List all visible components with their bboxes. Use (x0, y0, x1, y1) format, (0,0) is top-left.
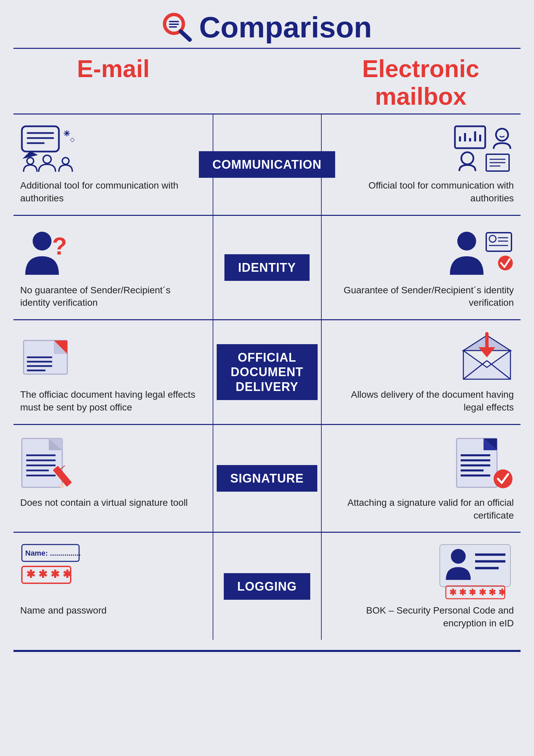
signature-label: SIGNATURE (217, 465, 317, 492)
column-headers: E-mail Electronic mailbox (13, 52, 521, 113)
svg-point-21 (496, 129, 508, 141)
svg-point-29 (33, 232, 51, 251)
signature-left-icon (20, 435, 81, 490)
communication-row: ✳ ◇ Additional tool for commun (13, 113, 521, 215)
logging-left-desc: Name and password (20, 604, 107, 617)
svg-point-14 (62, 158, 69, 164)
svg-rect-75 (440, 545, 510, 587)
logging-left: Name: ............... ✱ ✱ ✱ ✱ Name and p… (13, 533, 213, 640)
svg-text:✱ ✱ ✱ ✱ ✱ ✱: ✱ ✱ ✱ ✱ ✱ ✱ (449, 587, 506, 597)
mailbox-column-header: Electronic mailbox (321, 52, 521, 113)
communication-right-desc: Official tool for communication with aut… (335, 179, 514, 205)
bottom-divider (13, 650, 521, 652)
identity-row: ? No guarantee of Sender/Recipient´s ide… (13, 215, 521, 320)
document-delivery-left-desc: The officiac document having legal effec… (20, 388, 199, 414)
svg-point-76 (451, 549, 466, 564)
communication-right-icon (453, 125, 514, 173)
communication-right: Official tool for communication with aut… (321, 114, 521, 215)
identity-right: Guarantee of Sender/Recipient´s identity… (321, 216, 521, 320)
magnifier-icon (162, 12, 192, 42)
communication-left-icon: ✳ ◇ (20, 125, 81, 173)
identity-center: IDENTITY (213, 216, 321, 320)
logging-center: LOGGING (213, 533, 321, 640)
svg-point-12 (27, 158, 34, 164)
document-delivery-right-desc: Allows delivery of the document having l… (335, 388, 514, 414)
identity-right-icon (447, 226, 514, 278)
svg-text:Name: ...............: Name: ............... (25, 549, 81, 557)
logging-row: Name: ............... ✱ ✱ ✱ ✱ Name and p… (13, 532, 521, 640)
identity-left: ? No guarantee of Sender/Recipient´s ide… (13, 216, 213, 320)
svg-point-13 (43, 155, 51, 163)
document-delivery-right: Allows delivery of the document having l… (321, 320, 521, 424)
top-divider (13, 48, 521, 49)
document-delivery-center: OFFICIAL DOCUMENT DELIVERY (213, 320, 321, 424)
logging-left-icon: Name: ............... ✱ ✱ ✱ ✱ (20, 543, 87, 598)
svg-point-24 (461, 152, 473, 164)
communication-left-desc: Additional tool for communication with a… (20, 179, 199, 205)
signature-right-icon (453, 435, 514, 490)
logging-label: LOGGING (224, 573, 310, 600)
svg-point-31 (457, 232, 476, 251)
identity-left-desc: No guarantee of Sender/Recipient´s ident… (20, 284, 199, 309)
logging-right-icon: ✱ ✱ ✱ ✱ ✱ ✱ (436, 543, 514, 598)
signature-left-desc: Does not contain a virtual signature too… (20, 496, 188, 509)
document-delivery-left-icon (20, 330, 74, 382)
communication-center: COMMUNICATION (213, 114, 321, 215)
communication-left: ✳ ◇ Additional tool for commun (13, 114, 213, 215)
document-delivery-right-icon (460, 330, 514, 382)
communication-label: COMMUNICATION (199, 151, 335, 178)
svg-point-33 (489, 235, 496, 242)
header: Comparison (13, 10, 521, 44)
comparison-content: ✳ ◇ Additional tool for commun (13, 113, 521, 640)
svg-marker-50 (478, 347, 495, 357)
logging-right-desc: BOK – Security Personal Code and encrypt… (335, 604, 514, 630)
signature-row: Does not contain a virtual signature too… (13, 424, 521, 532)
svg-text:✳: ✳ (63, 129, 70, 138)
signature-right: Attaching a signature valid for an offic… (321, 425, 521, 532)
page-title: Comparison (162, 10, 372, 44)
svg-text:?: ? (52, 233, 67, 260)
svg-rect-32 (486, 233, 511, 251)
email-column-header: E-mail (13, 52, 213, 113)
svg-line-1 (181, 31, 190, 40)
signature-right-desc: Attaching a signature valid for an offic… (335, 496, 514, 522)
document-delivery-left: The officiac document having legal effec… (13, 320, 213, 424)
identity-left-icon: ? (20, 226, 71, 278)
page: Comparison E-mail Electronic mailbox (0, 0, 534, 756)
svg-text:✱ ✱ ✱ ✱: ✱ ✱ ✱ ✱ (26, 568, 72, 580)
svg-text:◇: ◇ (70, 136, 75, 143)
signature-left: Does not contain a virtual signature too… (13, 425, 213, 532)
document-delivery-row: The officiac document having legal effec… (13, 319, 521, 424)
logging-right: ✱ ✱ ✱ ✱ ✱ ✱ BOK – Security Personal Code… (321, 533, 521, 640)
document-delivery-label: OFFICIAL DOCUMENT DELIVERY (217, 344, 318, 400)
identity-label: IDENTITY (224, 254, 309, 281)
identity-right-desc: Guarantee of Sender/Recipient´s identity… (335, 284, 514, 309)
svg-point-70 (494, 469, 512, 488)
signature-center: SIGNATURE (213, 425, 321, 532)
